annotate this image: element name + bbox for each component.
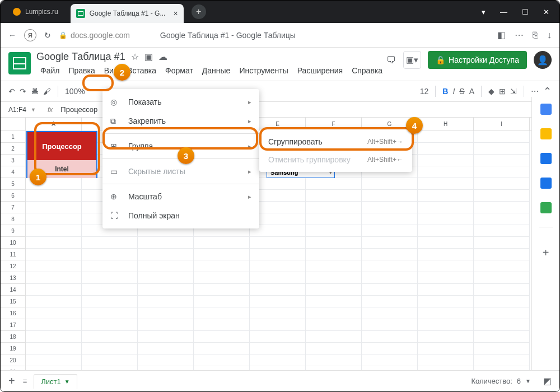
cell[interactable] xyxy=(138,331,194,343)
cell[interactable] xyxy=(474,307,530,319)
cell[interactable] xyxy=(250,249,306,260)
all-sheets-button[interactable]: ≡ xyxy=(23,377,27,385)
cell[interactable] xyxy=(418,213,474,225)
tab-search-icon[interactable]: ▾ xyxy=(482,8,486,16)
cell[interactable] xyxy=(82,307,138,319)
keep-icon[interactable] xyxy=(540,128,552,139)
cell[interactable] xyxy=(250,260,306,272)
cell[interactable] xyxy=(418,237,474,249)
cell[interactable] xyxy=(418,249,474,260)
menu-extensions[interactable]: Расширения xyxy=(293,64,347,77)
undo-button[interactable]: ↶ xyxy=(8,87,15,96)
cell[interactable] xyxy=(26,319,82,331)
row-header[interactable]: 13 xyxy=(1,272,25,284)
cell[interactable] xyxy=(26,213,82,225)
cell[interactable] xyxy=(418,131,474,143)
contacts-icon[interactable] xyxy=(540,178,552,189)
cell[interactable] xyxy=(474,343,530,354)
cell[interactable] xyxy=(26,260,82,272)
cell[interactable] xyxy=(306,331,362,343)
cell[interactable] xyxy=(138,272,194,284)
cell[interactable] xyxy=(362,225,418,237)
cell[interactable] xyxy=(474,284,530,296)
name-box[interactable]: A1:F4▼ xyxy=(1,106,40,114)
sheet-tab[interactable]: Лист1▼ xyxy=(34,374,77,389)
cell[interactable] xyxy=(362,202,418,213)
cell[interactable] xyxy=(474,166,530,178)
cell[interactable] xyxy=(26,272,82,284)
redo-button[interactable]: ↷ xyxy=(20,87,26,96)
row-header[interactable]: 19 xyxy=(1,343,25,354)
cell[interactable] xyxy=(418,331,474,343)
cell[interactable] xyxy=(26,284,82,296)
cell[interactable] xyxy=(474,296,530,307)
minimize-button[interactable]: — xyxy=(500,8,507,16)
cell[interactable] xyxy=(474,272,530,284)
row-header[interactable]: 6 xyxy=(1,190,25,202)
add-sheet-button[interactable]: + xyxy=(8,375,15,388)
cell[interactable] xyxy=(26,354,82,366)
cell[interactable] xyxy=(362,272,418,284)
cell[interactable] xyxy=(418,155,474,166)
explore-button[interactable]: ◩ xyxy=(543,376,552,386)
browser-tab-sheets[interactable]: Google Таблица #1 - G... × xyxy=(71,4,184,23)
cell[interactable] xyxy=(138,260,194,272)
row-header[interactable]: 12 xyxy=(1,260,25,272)
row-header[interactable]: 9 xyxy=(1,225,25,237)
new-tab-button[interactable]: + xyxy=(192,4,206,19)
cloud-icon[interactable]: ☁ xyxy=(158,52,167,62)
cell[interactable] xyxy=(306,178,362,190)
cell[interactable] xyxy=(82,272,138,284)
menu-help[interactable]: Справка xyxy=(348,64,386,77)
cell[interactable] xyxy=(82,284,138,296)
star-icon[interactable]: ☆ xyxy=(131,52,139,62)
cell[interactable] xyxy=(26,343,82,354)
cell[interactable] xyxy=(418,319,474,331)
more-tools-button[interactable]: ⋯ xyxy=(531,87,539,96)
cell[interactable] xyxy=(194,237,250,249)
strike-button[interactable]: S xyxy=(459,87,464,96)
collapse-toolbar-button[interactable]: ⌃ xyxy=(543,85,552,97)
cell[interactable] xyxy=(474,237,530,249)
calendar-icon[interactable] xyxy=(540,104,552,115)
cell[interactable] xyxy=(26,225,82,237)
cell[interactable] xyxy=(26,307,82,319)
close-tab-icon[interactable]: × xyxy=(173,9,178,18)
cell[interactable] xyxy=(306,354,362,366)
cell[interactable] xyxy=(250,237,306,249)
cell[interactable] xyxy=(194,296,250,307)
cell[interactable] xyxy=(362,354,418,366)
cell[interactable] xyxy=(306,343,362,354)
cell[interactable] xyxy=(362,343,418,354)
cell[interactable] xyxy=(362,237,418,249)
cell[interactable] xyxy=(26,202,82,213)
row-header[interactable]: 3 xyxy=(1,155,25,166)
row-header[interactable]: 14 xyxy=(1,284,25,296)
cell[interactable] xyxy=(250,272,306,284)
cell[interactable] xyxy=(418,190,474,202)
cell[interactable] xyxy=(26,296,82,307)
zoom-select[interactable]: 100% xyxy=(65,87,85,96)
url-box[interactable]: 🔒 docs.google.com xyxy=(59,31,130,40)
fill-color-button[interactable]: ◆ xyxy=(488,87,494,96)
cell[interactable] xyxy=(306,319,362,331)
cell[interactable] xyxy=(194,260,250,272)
row-header[interactable]: 10 xyxy=(1,237,25,249)
download-icon[interactable]: ↓ xyxy=(547,30,552,40)
cell[interactable] xyxy=(306,249,362,260)
cell[interactable] xyxy=(138,307,194,319)
cell[interactable] xyxy=(138,284,194,296)
cell[interactable] xyxy=(474,260,530,272)
cell[interactable] xyxy=(418,143,474,155)
reload-button[interactable]: ↻ xyxy=(44,31,51,40)
merge-button[interactable]: ⇲ xyxy=(510,87,517,96)
cell[interactable] xyxy=(418,260,474,272)
cell[interactable] xyxy=(362,296,418,307)
cell[interactable] xyxy=(474,178,530,190)
cell[interactable] xyxy=(418,225,474,237)
cell[interactable] xyxy=(418,343,474,354)
row-header[interactable]: 20 xyxy=(1,354,25,366)
back-button[interactable]: ← xyxy=(8,31,16,40)
cell[interactable] xyxy=(418,166,474,178)
row-header[interactable]: 2 xyxy=(1,143,25,155)
